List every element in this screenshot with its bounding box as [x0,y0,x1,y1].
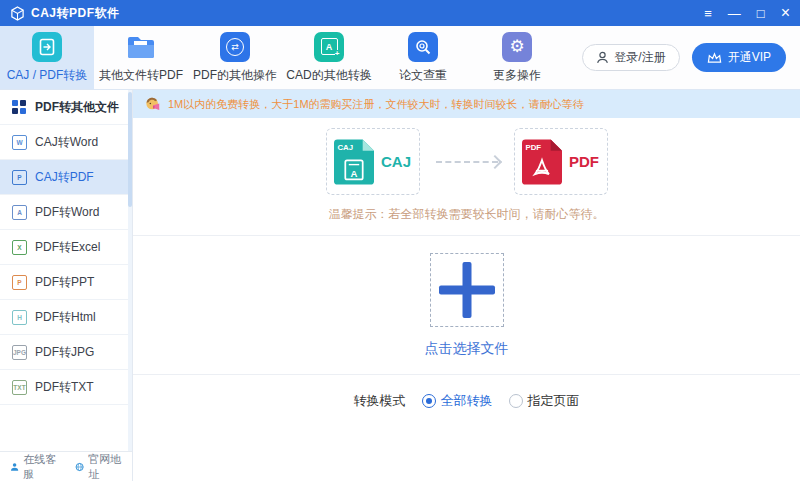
caj-file-icon: CAJ A [334,139,374,185]
open-vip-button[interactable]: 开通VIP [692,43,786,72]
cad-frame-icon: A+ [314,32,344,62]
notice-bar: 1M以内的免费转换，大于1M的需购买注册，文件较大时，转换时间较长，请耐心等待 [133,90,800,118]
vip-label: 开通VIP [728,49,771,66]
pdf-txt-doc-icon: TXT [12,380,27,395]
minimize-icon[interactable]: — [728,7,741,20]
doc-convert-icon [32,32,62,62]
tab-label: CAD的其他转换 [286,67,371,84]
tab-label: PDF的其他操作 [193,67,277,84]
tab-label: 论文查重 [399,67,447,84]
sidebar-item-pdf-to-txt[interactable]: TXT PDF转TXT [0,370,132,405]
upload-dropzone[interactable]: 点击选择文件 [133,235,800,375]
tab-more-operations[interactable]: ⚙ 更多操作 [470,26,564,89]
sidebar-item-label: PDF转Excel [35,239,100,256]
sidebar-item-label: PDF转TXT [35,379,94,396]
official-website-label: 官网地址 [88,452,122,481]
add-file-button[interactable] [430,253,504,327]
window-controls: ≡ — □ × [704,5,790,21]
menu-icon[interactable]: ≡ [704,7,712,20]
scrollbar-thumb[interactable] [128,92,132,207]
sidebar-item-label: PDF转Word [35,204,99,221]
svg-text:A: A [351,167,358,178]
app-window: CAJ转PDF软件 ≡ — □ × CAJ / PDF转换 其他文件转PDF ⇄… [0,0,800,481]
support-person-icon [10,461,19,473]
sidebar-item-pdf-to-html[interactable]: H PDF转Html [0,300,132,335]
select-file-label[interactable]: 点击选择文件 [425,340,509,358]
close-icon[interactable]: × [781,5,790,21]
tab-other-files-to-pdf[interactable]: 其他文件转PDF [94,26,188,89]
app-logo-icon [10,6,25,21]
caj-pdf-doc-icon: P [12,170,27,185]
announcement-icon [145,96,161,112]
radio-selected-icon[interactable] [422,394,436,408]
tab-label: CAJ / PDF转换 [7,67,88,84]
target-format-box: PDF PDF [514,128,608,195]
main-content: 1M以内的免费转换，大于1M的需购买注册，文件较大时，转换时间较长，请耐心等待 … [133,90,800,481]
online-service-link[interactable]: 在线客服 [10,452,57,481]
app-title: CAJ转PDF软件 [31,5,120,22]
sidebar-item-pdf-to-jpg[interactable]: JPG PDF转JPG [0,335,132,370]
sidebar-item-pdf-to-other[interactable]: PDF转其他文件 [0,90,132,125]
main-toolbar: CAJ / PDF转换 其他文件转PDF ⇄ PDF的其他操作 A+ CAD的其… [0,26,800,90]
mode-label: 转换模式 [354,392,406,410]
mode-option-all[interactable]: 全部转换 [422,392,493,410]
tab-pdf-other-operations[interactable]: ⇄ PDF的其他操作 [188,26,282,89]
login-label: 登录/注册 [614,49,665,66]
gear-icon: ⚙ [502,32,532,62]
sidebar-item-caj-to-word[interactable]: W CAJ转Word [0,125,132,160]
plagiarism-magnifier-icon [408,32,438,62]
sidebar-item-label: CAJ转Word [35,134,98,151]
pdf-word-doc-icon: A [12,205,27,220]
globe-icon [75,461,84,473]
sidebar-item-pdf-to-word[interactable]: A PDF转Word [0,195,132,230]
source-format-label: CAJ [381,153,411,170]
notice-text: 1M以内的免费转换，大于1M的需购买注册，文件较大时，转换时间较长，请耐心等待 [168,97,584,112]
tab-caj-pdf-convert[interactable]: CAJ / PDF转换 [0,26,94,89]
svg-text:PDF: PDF [525,142,541,151]
radio-unselected-icon[interactable] [509,394,523,408]
sidebar-item-label: PDF转JPG [35,344,94,361]
sidebar-item-label: PDF转其他文件 [35,99,119,116]
sidebar-item-pdf-to-excel[interactable]: X PDF转Excel [0,230,132,265]
mode-option-label: 全部转换 [441,392,493,410]
sidebar-item-caj-to-pdf[interactable]: P CAJ转PDF [0,160,132,195]
online-service-label: 在线客服 [23,452,57,481]
source-format-box: CAJ A CAJ [326,128,420,195]
pdf-html-doc-icon: H [12,310,27,325]
person-icon [596,51,609,64]
tab-cad-other-conversions[interactable]: A+ CAD的其他转换 [282,26,376,89]
maximize-icon[interactable]: □ [757,7,765,20]
target-format-label: PDF [569,153,599,170]
pdf-jpg-doc-icon: JPG [12,345,27,360]
warm-tip-text: 温馨提示：若全部转换需要较长时间，请耐心等待。 [133,206,800,223]
sidebar: PDF转其他文件 W CAJ转Word P CAJ转PDF A PDF转Word… [0,90,133,481]
svg-text:CAJ: CAJ [337,142,353,151]
sidebar-footer: 在线客服 官网地址 [0,451,132,481]
login-register-button[interactable]: 登录/注册 [582,44,679,71]
sidebar-item-pdf-to-ppt[interactable]: P PDF转PPT [0,265,132,300]
pdf-ppt-doc-icon: P [12,275,27,290]
arrow-right-icon [436,161,498,163]
mode-option-pages[interactable]: 指定页面 [509,392,580,410]
folder-icon [126,32,156,62]
conversion-graphic: CAJ A CAJ PDF PDF [133,128,800,195]
mode-option-label: 指定页面 [528,392,580,410]
conversion-mode-row: 转换模式 全部转换 指定页面 [133,392,800,410]
titlebar: CAJ转PDF软件 ≡ — □ × [0,0,800,26]
tab-paper-plagiarism-check[interactable]: 论文查重 [376,26,470,89]
auth-area: 登录/注册 开通VIP [582,26,800,89]
caj-word-doc-icon: W [12,135,27,150]
sidebar-scrollbar[interactable] [128,90,132,481]
official-website-link[interactable]: 官网地址 [75,452,122,481]
crown-icon [707,52,722,64]
tab-label: 其他文件转PDF [99,67,183,84]
pdf-file-icon: PDF [522,139,562,185]
tab-label: 更多操作 [493,67,541,84]
pdf-excel-doc-icon: X [12,240,27,255]
sidebar-item-label: PDF转Html [35,309,96,326]
circle-swap-icon: ⇄ [220,32,250,62]
grid-icon [12,100,27,115]
sidebar-item-label: CAJ转PDF [35,169,94,186]
sidebar-item-label: PDF转PPT [35,274,94,291]
